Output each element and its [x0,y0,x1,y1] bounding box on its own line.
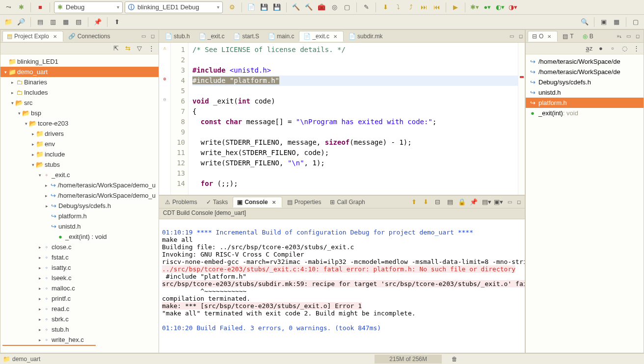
editor-tab-subdirmk[interactable]: 📄subdir.mk [345,31,386,41]
node-isattyc[interactable]: ▸◦isatty.c [0,262,159,273]
outline-item[interactable]: ↪unistd.h [526,87,644,98]
node-include[interactable]: ▸📁include [0,149,159,159]
close-tab-icon[interactable]: ✕ [270,200,278,205]
node-sbrkc[interactable]: ▸◦sbrk.c [0,314,159,324]
collapse-all-icon[interactable]: ⇱ [110,43,121,54]
hammer-icon[interactable]: 🔨 [303,2,314,13]
open-type-icon[interactable]: 🔎 [16,17,27,27]
ext-run-icon[interactable]: ◑▾ [508,2,518,13]
editor-body[interactable]: ⚠ ⊗ ⊖ 1 2 3 4 5 6 7 8 9 10 11 1 [159,43,525,195]
node-home2[interactable]: ▸↪/home/terasic/WorkSpace/demo_u [0,190,159,201]
node-writehex[interactable]: ▸◦write_hex.c [0,335,159,345]
step-into-icon[interactable]: ⬇ [380,2,391,13]
heap-status[interactable]: 215M of 256M [375,355,442,364]
node-env[interactable]: ▸📁env [0,139,159,149]
new-icon[interactable]: 📄 [246,2,257,13]
hide-non-public-icon[interactable]: ◌ [619,43,630,54]
maximize-icon[interactable]: ◻ [149,33,157,39]
outline-item-exit[interactable]: ●_exit(int) : void [526,108,644,118]
overview-ruler[interactable] [518,43,525,195]
tab-tasks[interactable]: ✓Tasks [202,197,232,207]
node-stubs[interactable]: ▾📂stubs [0,159,159,170]
node-exitfn[interactable]: ●_exit(int) : void [0,232,159,242]
clear-console-icon[interactable]: ▤ [445,197,456,208]
project-explorer-tab[interactable]: ▤ Project Explo ✕ [2,31,63,42]
skip-breakpoints-icon[interactable]: ⤳ [3,2,14,13]
tab-callgraph[interactable]: ⊞Call Graph [326,197,369,207]
project-node-blinking[interactable]: 📁blinking_LED1 [0,56,159,67]
project-node-demo-uart[interactable]: ▾📁demo_uart [0,67,159,77]
profile-icon[interactable]: ◐▾ [495,2,506,13]
minimize-icon[interactable]: ▭ [139,33,148,39]
node-printfc[interactable]: ▸◦printf.c [0,293,159,304]
templates-tab[interactable]: ▤T [559,31,577,41]
build-tab[interactable]: ◎B [579,31,597,41]
close-tab-icon[interactable]: ✕ [51,34,59,39]
search-icon[interactable]: 🔍 [579,17,590,27]
scroll-lock-icon[interactable]: 🔒 [456,197,467,208]
window-icon[interactable]: ▢ [342,2,352,13]
node-unistdh[interactable]: ↪unistd.h [0,221,159,232]
save-all-icon[interactable]: 💾 [271,2,282,13]
node-home1[interactable]: ▸↪/home/terasic/WorkSpace/demo_u [0,180,159,190]
node-bsp[interactable]: ▾📂bsp [0,108,159,118]
debug-run-icon[interactable]: ✱▾ [469,2,480,13]
filter-icon[interactable]: ▽ [134,43,145,54]
perspective-icon[interactable]: ▦ [611,17,622,27]
resume-icon[interactable]: ▶ [450,2,461,13]
node-stubh[interactable]: ▸◦stub.h [0,324,159,335]
node-binaries[interactable]: ▸🗀Binaries [0,77,159,87]
toolbox-icon[interactable]: 🧰 [316,2,327,13]
tab-properties[interactable]: ▤Properties [283,197,325,207]
node-src[interactable]: ▾📂src [0,98,159,108]
target-icon[interactable]: ◎ [329,2,340,13]
display-selected-icon[interactable]: ▤▾ [481,197,492,208]
node-cdefs[interactable]: ▸↪Debug/sys/cdefs.h [0,201,159,211]
node-includes[interactable]: ▸🗀Includes [0,87,159,98]
launch-mode-combo[interactable]: ✱Debug [54,1,123,13]
view-menu-icon[interactable]: ⋮ [631,43,642,54]
hide-fields-icon[interactable]: ● [595,43,606,54]
cde-perspective-icon[interactable]: ▢ [630,17,641,27]
wand-icon[interactable]: ✎ [361,2,372,13]
outline-item-platform[interactable]: ↪platform.h [526,98,644,108]
open-console-icon[interactable]: ▣▾ [493,197,504,208]
sort-icon[interactable]: a̲z [584,43,594,54]
node-mallocc[interactable]: ▸◦malloc.c [0,283,159,293]
trash-icon[interactable]: 🗑 [442,356,467,363]
outline-tab[interactable]: ⊟O✕ [528,31,558,42]
error-indicator[interactable] [520,76,524,78]
open-perspective-icon[interactable]: ▣ [598,17,609,27]
outline-item[interactable]: ↪Debug/sys/cdefs.h [526,77,644,87]
editor-tab-mainc[interactable]: 📄main.c [264,31,298,41]
error-marker[interactable]: ⊗ [159,74,170,84]
prev-error-icon[interactable]: ⬆ [408,197,419,208]
pin-icon[interactable]: 📌 [92,17,103,27]
connections-tab[interactable]: 🔗 Connections [64,31,114,41]
new-project-icon[interactable]: 📁 [3,17,14,27]
tool-a-icon[interactable]: ▤ [35,17,46,27]
maximize-icon[interactable]: ◻ [634,33,642,39]
step-stop-icon[interactable]: ⏭ [418,2,429,13]
node-fstatc[interactable]: ▸◦fstat.c [0,252,159,262]
editor-tab-starts[interactable]: 📄start.S [229,31,263,41]
step-over-icon[interactable]: ⤵ [393,2,403,13]
node-tcore[interactable]: ▾📂tcore-e203 [0,118,159,129]
save-icon[interactable]: 💾 [259,2,269,13]
minimize-icon[interactable]: ▭ [506,199,514,205]
stop-icon[interactable]: ■ [35,2,46,13]
maximize-icon[interactable]: ◻ [515,199,523,205]
outline-item[interactable]: ↪/home/terasic/WorkSpace/de [526,67,644,77]
editor-tab-stubh[interactable]: 📄stub.h [161,31,194,41]
code-area[interactable]: /* See LICENSE of license details. */ #i… [188,43,518,195]
stop-build-icon[interactable]: ⊟ [432,197,443,208]
tool-d-icon[interactable]: ▧ [73,17,84,27]
node-exitc[interactable]: ▾◦_exit.c [0,170,159,180]
console-output[interactable]: 01:10:19 **** Incremental Build of confi… [159,219,525,353]
editor-tab-exitc1[interactable]: 📄_exit.c [195,31,229,41]
close-tab-icon[interactable]: ✕ [545,34,553,39]
warning-marker[interactable]: ⚠ [159,43,170,53]
hide-static-icon[interactable]: ▫ [607,43,618,54]
step-return-icon[interactable]: ⤴ [405,2,416,13]
close-tab-icon[interactable]: ✕ [331,34,339,39]
